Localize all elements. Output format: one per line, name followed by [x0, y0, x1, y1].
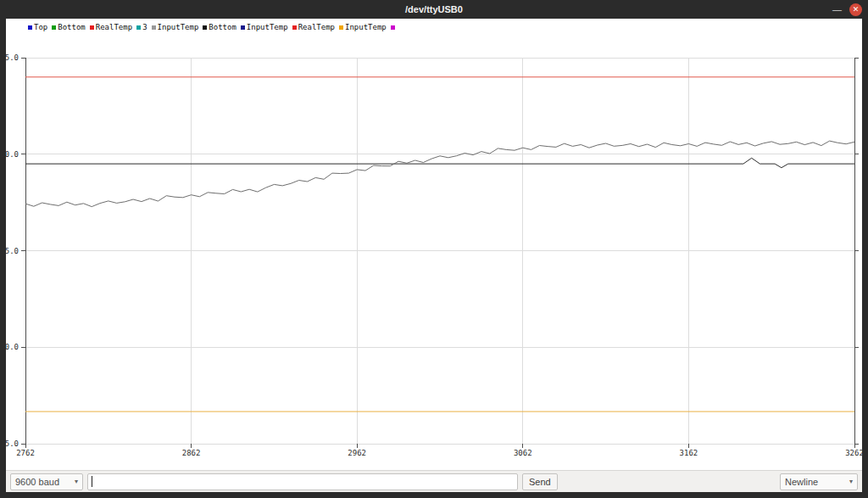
legend-item: Bottom: [203, 23, 236, 31]
legend-label: RealTemp: [96, 23, 132, 31]
legend-item: [391, 25, 397, 30]
serial-plotter-window: /dev/ttyUSB0 — ✕ 75.060.045.030.015.0276…: [0, 0, 868, 498]
legend-item: Bottom: [52, 23, 86, 31]
x-axis-label: 2962: [348, 449, 366, 457]
legend-item: InputTemp: [339, 23, 387, 31]
x-axis-label: 3262: [845, 449, 864, 457]
chart-canvas: 75.060.045.030.015.027622862296230623162…: [6, 19, 862, 470]
line-ending-select[interactable]: Newline ▾: [780, 473, 858, 490]
serial-controls-bar: 9600 baud ▾ Send Newline ▾: [6, 470, 862, 492]
legend-item: InputTemp: [241, 23, 288, 31]
send-button[interactable]: Send: [522, 473, 558, 490]
chart-legend: TopBottomRealTemp3InputTempBottomInputTe…: [28, 23, 397, 31]
legend-label: InputTemp: [247, 23, 288, 31]
legend-label: 3: [142, 23, 147, 31]
legend-label: RealTemp: [298, 23, 335, 31]
window-controls: — ✕: [832, 0, 862, 19]
y-axis-label: 75.0: [0, 53, 19, 62]
y-axis-label: 45.0: [0, 247, 19, 255]
y-axis-label: 60.0: [0, 150, 19, 159]
legend-item: InputTemp: [152, 23, 199, 31]
baud-rate-select[interactable]: 9600 baud ▾: [10, 473, 83, 490]
y-axis-label: 15.0: [0, 439, 19, 448]
legend-item: RealTemp: [90, 23, 132, 31]
chevron-down-icon: ▾: [849, 478, 853, 485]
minimize-button[interactable]: —: [832, 0, 842, 19]
legend-label: Bottom: [58, 23, 86, 31]
x-axis-label: 3062: [514, 449, 532, 457]
legend-swatch-icon: [152, 25, 156, 30]
legend-swatch-icon: [90, 25, 94, 30]
message-input[interactable]: [87, 473, 518, 490]
x-axis-label: 2762: [16, 449, 35, 457]
series-setpoint-black: [25, 158, 854, 167]
legend-swatch-icon: [28, 25, 32, 30]
x-axis-label: 3162: [680, 449, 698, 457]
legend-swatch-icon: [292, 25, 297, 30]
message-input-wrap: [87, 473, 518, 490]
legend-swatch-icon: [241, 25, 245, 30]
legend-swatch-icon: [391, 25, 395, 30]
legend-swatch-icon: [52, 25, 56, 30]
x-axis-label: 2862: [182, 449, 201, 457]
text-cursor: [92, 476, 92, 487]
window-title: /dev/ttyUSB0: [405, 4, 463, 14]
legend-label: Top: [34, 23, 47, 31]
chevron-down-icon: ▾: [75, 478, 78, 485]
line-ending-value: Newline: [785, 477, 818, 487]
baud-rate-value: 9600 baud: [15, 477, 59, 487]
plot-area: 75.060.045.030.015.027622862296230623162…: [6, 19, 862, 470]
legend-swatch-icon: [136, 25, 141, 30]
close-button[interactable]: ✕: [849, 3, 862, 16]
legend-label: InputTemp: [345, 23, 387, 31]
legend-label: Bottom: [209, 23, 236, 31]
legend-item: Top: [28, 23, 47, 31]
legend-item: RealTemp: [292, 23, 335, 31]
window-content: 75.060.045.030.015.027622862296230623162…: [6, 19, 862, 492]
legend-label: InputTemp: [158, 23, 199, 31]
y-axis-label: 30.0: [0, 343, 19, 351]
legend-item: 3: [136, 23, 147, 31]
titlebar[interactable]: /dev/ttyUSB0 — ✕: [0, 0, 868, 19]
legend-swatch-icon: [203, 25, 207, 30]
series-measured-temp-gray: [25, 141, 854, 207]
legend-swatch-icon: [339, 25, 343, 30]
